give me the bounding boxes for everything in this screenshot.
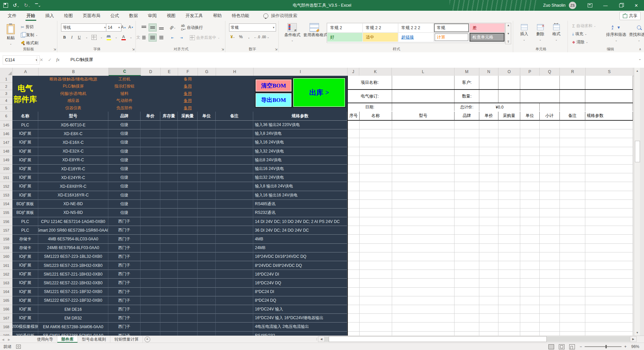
cell[interactable]: [540, 288, 560, 296]
cell[interactable]: [348, 173, 360, 182]
cell[interactable]: IO扩展: [12, 314, 38, 323]
cell[interactable]: [585, 323, 633, 331]
cell[interactable]: [178, 244, 198, 252]
cell[interactable]: [392, 305, 455, 314]
cell[interactable]: [216, 129, 253, 138]
share-button[interactable]: 共享: [620, 12, 641, 20]
cell[interactable]: [160, 244, 178, 252]
row-header-169[interactable]: 169: [0, 331, 12, 336]
cell[interactable]: [141, 288, 160, 296]
cell[interactable]: [585, 252, 633, 261]
cell[interactable]: [160, 129, 178, 138]
cell[interactable]: [560, 226, 586, 235]
cell[interactable]: 36 DI 24V DC; 24 DO 24V DC: [253, 226, 347, 235]
cell[interactable]: [454, 200, 479, 209]
cell[interactable]: [141, 156, 160, 165]
cell[interactable]: [198, 235, 216, 243]
cell[interactable]: [454, 191, 479, 200]
spare-link[interactable]: 备用: [178, 83, 198, 90]
column-header-O[interactable]: O: [498, 68, 520, 76]
cell[interactable]: [178, 296, 198, 305]
bom-panel-label[interactable]: 数量:: [454, 90, 479, 103]
fill-color-button[interactable]: [105, 34, 112, 41]
cell[interactable]: [540, 138, 560, 147]
row-header-153[interactable]: 153: [0, 191, 12, 199]
cell[interactable]: [520, 156, 540, 165]
cell[interactable]: 信捷: [108, 191, 141, 200]
cell[interactable]: [178, 323, 198, 331]
cell[interactable]: XD-NS-BD: [38, 209, 108, 217]
scroll-down-icon[interactable]: ▼: [634, 330, 640, 336]
cell[interactable]: [520, 217, 540, 226]
cell[interactable]: 信捷: [108, 147, 141, 156]
row-header-3[interactable]: 3: [0, 90, 12, 97]
cell[interactable]: [360, 217, 392, 226]
row-header-156[interactable]: 156: [0, 217, 12, 226]
cell[interactable]: [520, 270, 540, 279]
cell[interactable]: [479, 332, 498, 336]
cell[interactable]: [216, 288, 253, 296]
cell[interactable]: [540, 129, 560, 138]
cell[interactable]: [348, 288, 360, 296]
cell[interactable]: [520, 138, 540, 147]
column-header-D[interactable]: D: [141, 68, 161, 76]
cell[interactable]: [178, 209, 198, 217]
number-dialog-launcher[interactable]: ⇲: [275, 48, 277, 51]
row-header-6[interactable]: 6: [0, 112, 12, 121]
cell[interactable]: 西门子: [108, 323, 141, 331]
cell[interactable]: [454, 235, 479, 243]
cell[interactable]: [198, 138, 216, 147]
align-center-button[interactable]: [149, 34, 157, 42]
cell[interactable]: [454, 244, 479, 252]
page-break-view-icon[interactable]: [569, 344, 575, 349]
cell[interactable]: [178, 270, 198, 279]
column-header-S[interactable]: S: [586, 68, 633, 76]
bom-header-备注[interactable]: 备注: [560, 112, 586, 121]
row-header-168[interactable]: 168: [0, 323, 12, 331]
bom-panel-cell[interactable]: [585, 90, 633, 103]
sheet-tab-型号命名规则[interactable]: 型号命名规则: [78, 336, 110, 343]
cell[interactable]: [454, 182, 479, 191]
cell[interactable]: [479, 165, 498, 173]
cell[interactable]: 信捷: [108, 173, 141, 182]
parts-header-名称[interactable]: 名称: [12, 112, 38, 121]
cell[interactable]: [160, 279, 178, 287]
cell[interactable]: 24MB 6ES7954-8LF03-0AA0: [38, 244, 108, 252]
cell[interactable]: [348, 235, 360, 243]
column-header-B[interactable]: B: [39, 68, 109, 76]
cell[interactable]: [479, 191, 498, 200]
cell[interactable]: [160, 332, 178, 336]
cell[interactable]: [585, 165, 633, 173]
cell[interactable]: [160, 296, 178, 305]
column-header-M[interactable]: M: [454, 68, 479, 76]
column-header-G[interactable]: G: [198, 68, 216, 76]
cell[interactable]: [560, 121, 586, 129]
find-select-button[interactable]: 查找和选择⌄: [628, 23, 644, 42]
spare-link[interactable]: 备用: [178, 76, 198, 83]
row-header-161[interactable]: 161: [0, 261, 12, 270]
cell[interactable]: [585, 156, 633, 165]
tell-me-search[interactable]: 操作说明搜索: [263, 11, 297, 21]
cell[interactable]: [560, 165, 586, 173]
cell[interactable]: 4电压电流输入 2电压电流输出: [253, 323, 347, 331]
cell[interactable]: [216, 235, 253, 243]
cell[interactable]: 14 DI 24V DC; 10 DO 24V DC; 2 AI PS 24V …: [253, 217, 347, 226]
cell[interactable]: [585, 314, 633, 323]
cell[interactable]: [160, 121, 178, 129]
borders-dropdown[interactable]: ⌄: [98, 34, 105, 41]
copy-button[interactable]: 复制⌄: [21, 32, 38, 38]
cell[interactable]: [498, 235, 520, 243]
cell[interactable]: [392, 296, 455, 305]
cell[interactable]: [585, 279, 633, 287]
cell[interactable]: [160, 217, 178, 226]
cell[interactable]: [160, 270, 178, 279]
cell[interactable]: IO扩展: [12, 129, 38, 138]
cell[interactable]: [392, 288, 455, 296]
cell[interactable]: [560, 129, 586, 138]
cell[interactable]: [348, 209, 360, 217]
cell[interactable]: [392, 261, 455, 270]
cell[interactable]: [560, 288, 586, 296]
cell[interactable]: 4MB: [253, 235, 347, 243]
avatar[interactable]: ZS: [569, 2, 576, 9]
minimize-button[interactable]: —: [598, 0, 613, 11]
